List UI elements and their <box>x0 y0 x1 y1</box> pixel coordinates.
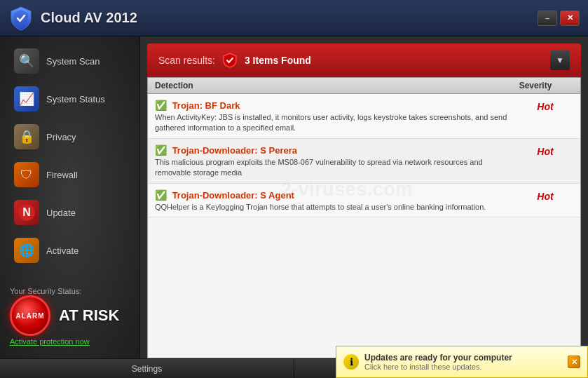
table-row: ✅ Trojan: BF Dark When ActivityKey: JBS … <box>148 94 580 139</box>
sidebar-label-system-scan: System Scan <box>46 56 100 67</box>
update-icon: N <box>14 200 39 225</box>
sidebar-label-activate: Activate <box>46 245 78 256</box>
status-text-area: AT RISK <box>59 307 119 324</box>
detection-info-2: ✅ Trojan-Downloader: S Perera This malic… <box>155 144 517 179</box>
severity-badge-2: Hot <box>517 144 573 157</box>
at-risk-text: AT RISK <box>59 307 119 324</box>
main-layout: 🔍 System Scan 📈 System Status 🔒 Privacy … <box>0 36 588 358</box>
sidebar-label-privacy: Privacy <box>46 132 76 142</box>
sidebar-label-firewall: Firewall <box>46 170 78 180</box>
svg-text:N: N <box>22 206 31 218</box>
sidebar-item-system-scan[interactable]: 🔍 System Scan <box>4 43 135 79</box>
sidebar: 🔍 System Scan 📈 System Status 🔒 Privacy … <box>0 36 140 358</box>
detection-table: Detection Severity ✅ Trojan: BF Dark Whe… <box>147 77 581 358</box>
severity-badge-1: Hot <box>517 100 573 112</box>
security-status-panel: Your Security Status: ALARM AT RISK Acti… <box>0 278 139 353</box>
detection-info-1: ✅ Trojan: BF Dark When ActivityKey: JBS … <box>155 100 517 134</box>
notification-close-button[interactable]: ✕ <box>568 356 580 368</box>
app-title: Cloud AV 2012 <box>41 10 538 26</box>
detection-check-icon-1: ✅ <box>155 100 167 111</box>
sidebar-label-update: Update <box>46 208 76 218</box>
scan-shield-icon <box>222 53 238 68</box>
sidebar-item-update[interactable]: N Update <box>4 194 135 231</box>
scan-dropdown-button[interactable]: ▼ <box>550 50 570 70</box>
system-scan-icon: 🔍 <box>14 48 39 74</box>
title-bar: Cloud AV 2012 – ✕ <box>0 0 588 36</box>
detection-check-icon-2: ✅ <box>155 144 167 156</box>
app-logo <box>8 6 34 31</box>
notification-subtitle: Click here to install these updates. <box>364 363 562 371</box>
col-header-severity: Severity <box>507 81 563 90</box>
firewall-icon: 🛡 <box>14 162 39 187</box>
detection-check-icon-3: ✅ <box>155 189 167 201</box>
notification-bar[interactable]: ℹ Updates are ready for your computer Cl… <box>336 346 588 378</box>
system-status-icon: 📈 <box>14 86 39 112</box>
window-controls: – ✕ <box>538 11 580 26</box>
sidebar-item-system-status[interactable]: 📈 System Status <box>4 81 135 117</box>
notification-text: Updates are ready for your computer Clic… <box>364 353 562 371</box>
settings-button[interactable]: Settings <box>0 359 294 378</box>
your-security-label: Your Security Status: <box>10 287 81 295</box>
severity-badge-3: Hot <box>517 189 573 202</box>
scan-results-bar: Scan results: 3 Items Found ▼ <box>147 43 581 77</box>
status-row: ALARM AT RISK <box>10 295 130 336</box>
sidebar-item-privacy[interactable]: 🔒 Privacy <box>4 119 135 155</box>
sidebar-item-activate[interactable]: 🌐 Activate <box>4 232 135 269</box>
alarm-button[interactable]: ALARM <box>10 295 50 336</box>
notification-icon: ℹ <box>343 354 359 370</box>
privacy-icon: 🔒 <box>14 124 39 149</box>
detection-info-3: ✅ Trojan-Downloader: S Agent QQHelper is… <box>155 189 517 212</box>
detection-name-2: ✅ Trojan-Downloader: S Perera <box>155 144 517 156</box>
items-found-text: 3 Items Found <box>245 55 543 66</box>
scan-results-label: Scan results: <box>158 55 215 66</box>
table-row: ✅ Trojan-Downloader: S Agent QQHelper is… <box>148 184 580 217</box>
table-header: Detection Severity <box>148 78 580 94</box>
notification-title: Updates are ready for your computer <box>364 353 562 363</box>
minimize-button[interactable]: – <box>538 11 557 26</box>
sidebar-label-system-status: System Status <box>46 94 105 104</box>
scrollbar-spacer <box>563 81 573 90</box>
activate-icon: 🌐 <box>14 238 39 263</box>
detection-desc-1: When ActivityKey: JBS is installed, it m… <box>155 112 517 134</box>
sidebar-item-firewall[interactable]: 🛡 Firewall <box>4 156 135 193</box>
detection-name-1: ✅ Trojan: BF Dark <box>155 100 517 111</box>
detection-list: ✅ Trojan: BF Dark When ActivityKey: JBS … <box>148 94 580 217</box>
close-button[interactable]: ✕ <box>560 11 580 26</box>
content-area: Scan results: 3 Items Found ▼ Detection … <box>140 36 588 358</box>
detection-desc-3: QQHelper is a Keylogging Trojan horse th… <box>155 202 517 212</box>
table-row: ✅ Trojan-Downloader: S Perera This malic… <box>148 139 580 184</box>
col-header-detection: Detection <box>155 81 507 90</box>
detection-name-3: ✅ Trojan-Downloader: S Agent <box>155 189 517 201</box>
detection-desc-2: This malicious program exploits the MS08… <box>155 157 517 179</box>
activate-protection-link[interactable]: Activate protection now <box>10 337 90 346</box>
